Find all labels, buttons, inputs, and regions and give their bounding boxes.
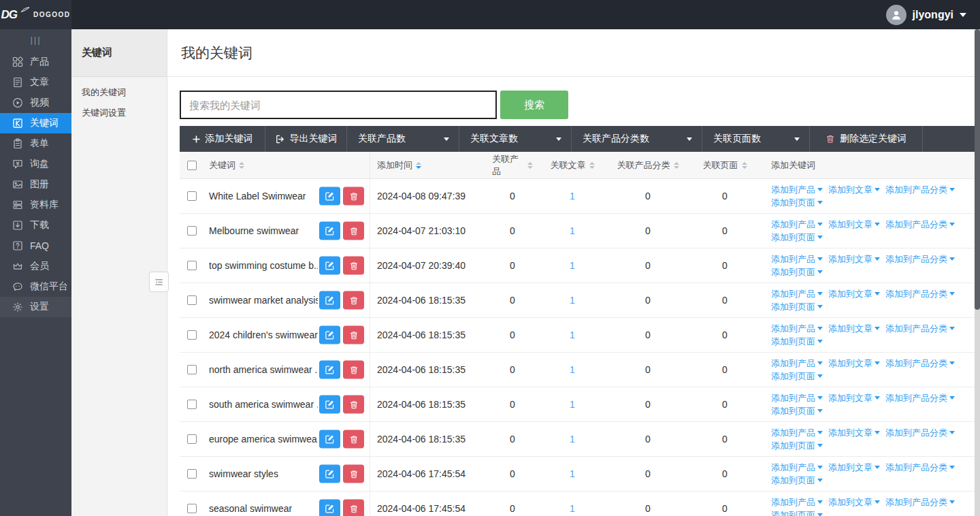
add-to-link-3[interactable]: 添加到页面 [771,231,823,244]
column-header-keyword[interactable]: 关键词 [204,159,370,172]
add-to-link-0[interactable]: 添加到产品 [771,219,823,231]
add-to-link-1[interactable]: 添加到文章 [828,427,880,439]
sidebar-item-articles[interactable]: 文章 [0,72,71,93]
edit-button[interactable] [319,326,340,344]
edit-button[interactable] [319,187,340,206]
add-to-link-2[interactable]: 添加到产品分类 [885,392,955,404]
edit-button[interactable] [319,291,340,310]
add-to-link-1[interactable]: 添加到文章 [828,184,880,196]
sort-arrows-icon[interactable] [589,162,595,169]
add-to-link-1[interactable]: 添加到文章 [828,288,880,300]
delete-button[interactable] [343,396,364,414]
column-header-added-time[interactable]: 添加时间 [370,152,492,178]
search-input[interactable] [180,91,497,119]
related-articles-count[interactable]: 1 [533,295,612,306]
row-checkbox[interactable] [187,365,197,374]
add-to-link-0[interactable]: 添加到产品 [771,288,823,300]
add-to-link-0[interactable]: 添加到产品 [771,253,823,265]
delete-button[interactable] [343,222,364,240]
sidebar-item-inquiries[interactable]: 询盘 [0,154,71,174]
delete-button[interactable] [343,430,364,449]
row-checkbox[interactable] [187,469,197,479]
add-to-link-1[interactable]: 添加到文章 [828,392,880,404]
delete-button[interactable] [343,187,364,206]
add-to-link-3[interactable]: 添加到页面 [771,336,823,348]
export-keywords-button[interactable]: 导出关键词 [265,126,347,152]
add-to-link-0[interactable]: 添加到产品 [771,427,823,439]
filter-related-categories-count[interactable]: 关联产品分类数 [572,126,702,152]
delete-button[interactable] [343,257,364,275]
edit-button[interactable] [319,500,340,516]
add-keyword-button[interactable]: 添加关键词 [180,126,265,152]
delete-button[interactable] [343,291,364,310]
delete-button[interactable] [343,500,364,516]
sidebar-item-forms[interactable]: 表单 [0,133,71,154]
add-to-link-3[interactable]: 添加到页面 [771,197,823,209]
row-checkbox[interactable] [187,434,197,444]
add-to-link-2[interactable]: 添加到产品分类 [885,253,955,265]
add-to-link-3[interactable]: 添加到页面 [771,266,823,278]
sidebar-item-videos[interactable]: 视频 [0,93,71,113]
related-articles-count[interactable]: 1 [533,434,612,445]
add-to-link-3[interactable]: 添加到页面 [771,509,823,516]
row-checkbox[interactable] [187,261,197,270]
row-checkbox[interactable] [187,400,197,409]
search-button[interactable]: 搜索 [500,91,568,119]
add-to-link-2[interactable]: 添加到产品分类 [885,323,955,335]
sidebar-item-wechat-platform[interactable]: 微信平台 [0,276,71,297]
sort-arrows-icon[interactable] [239,162,244,169]
edit-button[interactable] [319,465,340,483]
sidebar-item-products[interactable]: 产品 [0,52,71,72]
row-checkbox[interactable] [187,226,197,236]
sidebar-item-members[interactable]: 会员 [0,256,71,276]
related-articles-count[interactable]: 1 [533,225,612,236]
add-to-link-0[interactable]: 添加到产品 [771,496,823,509]
subsidebar-item-my-keywords[interactable]: 我的关键词 [71,82,167,103]
filter-related-products-count[interactable]: 关联产品数 [347,126,459,152]
row-checkbox[interactable] [187,504,197,513]
add-to-link-0[interactable]: 添加到产品 [771,462,823,474]
sidebar-item-library[interactable]: 资料库 [0,195,71,215]
sort-arrows-icon[interactable] [416,162,421,169]
add-to-link-2[interactable]: 添加到产品分类 [885,357,955,370]
related-articles-count[interactable]: 1 [533,468,612,479]
filter-related-pages-count[interactable]: 关联页面数 [702,126,810,152]
row-checkbox[interactable] [187,330,197,340]
delete-button[interactable] [343,361,364,379]
add-to-link-3[interactable]: 添加到页面 [771,301,823,313]
row-checkbox[interactable] [187,295,197,305]
add-to-link-1[interactable]: 添加到文章 [828,496,880,509]
related-articles-count[interactable]: 1 [533,191,612,201]
edit-button[interactable] [319,361,340,379]
add-to-link-0[interactable]: 添加到产品 [771,392,823,404]
user-menu[interactable]: jlyongyi [886,5,980,25]
add-to-link-3[interactable]: 添加到页面 [771,405,823,417]
delete-button[interactable] [343,326,364,344]
add-to-link-2[interactable]: 添加到产品分类 [885,496,955,509]
sidebar-item-settings[interactable]: 设置 [0,297,71,317]
add-to-link-2[interactable]: 添加到产品分类 [885,184,955,196]
select-all-checkbox[interactable] [187,161,197,170]
row-checkbox[interactable] [187,191,197,201]
edit-button[interactable] [319,257,340,275]
related-articles-count[interactable]: 1 [533,260,612,271]
add-to-link-1[interactable]: 添加到文章 [828,323,880,335]
add-to-link-2[interactable]: 添加到产品分类 [885,427,955,439]
add-to-link-0[interactable]: 添加到产品 [771,323,823,335]
add-to-link-3[interactable]: 添加到页面 [771,440,823,452]
add-to-link-0[interactable]: 添加到产品 [771,184,823,196]
related-articles-count[interactable]: 1 [533,364,612,375]
add-to-link-2[interactable]: 添加到产品分类 [885,462,955,474]
scrollbar-thumb[interactable] [975,29,980,310]
edit-button[interactable] [319,396,340,414]
delete-selected-button[interactable]: 删除选定关键词 [810,126,923,152]
related-articles-count[interactable]: 1 [533,399,612,410]
add-to-link-1[interactable]: 添加到文章 [828,357,880,370]
add-to-link-1[interactable]: 添加到文章 [828,462,880,474]
related-articles-count[interactable]: 1 [533,329,612,340]
add-to-link-2[interactable]: 添加到产品分类 [885,288,955,300]
sort-arrows-icon[interactable] [527,162,533,169]
sidebar-item-gallery[interactable]: 图册 [0,174,71,195]
edit-button[interactable] [319,222,340,240]
filter-related-articles-count[interactable]: 关联文章数 [459,126,572,152]
